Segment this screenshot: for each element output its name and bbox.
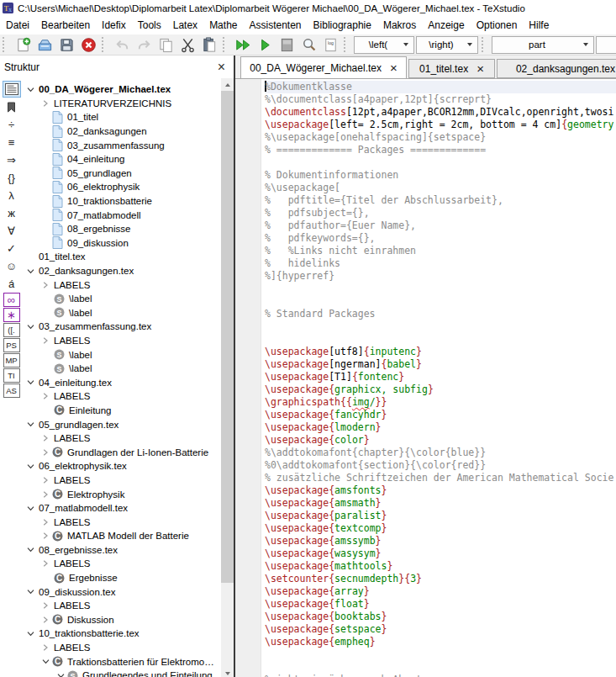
tree-item-03-zusammenfassung-tex[interactable]: 03_zusammenfassung.tex xyxy=(23,320,234,334)
tree-item-05-grundlagen[interactable]: 05_grundlagen xyxy=(23,167,234,181)
tab-02-danksagungen-tex[interactable]: 02_danksagungen.tex xyxy=(497,59,616,78)
pdf-viewer-button[interactable] xyxy=(276,35,297,54)
pstricks-icon[interactable]: PS xyxy=(3,338,20,352)
infinity-symbols-icon[interactable]: ∞ xyxy=(3,293,20,307)
tree-item-02-danksagungen-tex[interactable]: 02_danksagungen.tex xyxy=(23,264,234,278)
menu-bibliographie[interactable]: Bibliographie xyxy=(308,17,377,34)
structure-icon[interactable] xyxy=(3,81,21,98)
chevron-collapsed-icon[interactable] xyxy=(39,602,52,609)
menu-makros[interactable]: Makros xyxy=(377,17,422,34)
tree-item-literaturverzeichnis[interactable]: LITERATURVERZEICHNIS xyxy=(23,97,234,111)
code-area[interactable]: %Dokumentklasse%\documentclass[a4paper,1… xyxy=(261,79,616,677)
chevron-expanded-icon[interactable] xyxy=(24,420,37,428)
tree-item-05-grundlagen-tex[interactable]: 05_grundlagen.tex xyxy=(23,417,234,431)
misc-symbols-icon[interactable]: ☺ xyxy=(3,257,21,274)
sectioning-combo[interactable]: part xyxy=(492,36,594,54)
tree-item-label[interactable]: S\label xyxy=(23,292,234,306)
delimiters-icon[interactable]: {} xyxy=(3,169,21,186)
tree-item-03-zusammenfassung[interactable]: 03_zusammenfassung xyxy=(23,138,234,152)
chevron-collapsed-icon[interactable] xyxy=(39,644,52,651)
chevron-collapsed-icon[interactable] xyxy=(39,449,52,456)
paste-button[interactable] xyxy=(198,35,220,54)
chevron-collapsed-icon[interactable] xyxy=(39,519,52,526)
cut-button[interactable] xyxy=(176,35,198,54)
tab-close-icon[interactable]: × xyxy=(476,64,484,74)
tree-item-matlab-modell-der-batterie[interactable]: CMATLAB Modell der Batterie xyxy=(23,529,234,543)
chevron-collapsed-icon[interactable] xyxy=(39,477,52,484)
undo-button[interactable] xyxy=(111,35,133,54)
tree-item-labels[interactable]: LABELS xyxy=(23,557,234,571)
chevron-expanded-icon[interactable] xyxy=(24,463,37,470)
reference-combo[interactable]: label xyxy=(596,36,616,54)
structure-panel-close-icon[interactable]: × xyxy=(218,61,225,73)
tree-item-labels[interactable]: LABELS xyxy=(23,515,234,529)
tree-item-labels[interactable]: LABELS xyxy=(23,278,234,292)
scrollbar-up-arrow[interactable] xyxy=(221,78,234,91)
binary-operators-icon[interactable]: ÷ xyxy=(3,116,21,133)
toolbar-grip[interactable] xyxy=(482,37,487,52)
copy-button[interactable] xyxy=(155,35,176,54)
tree-item-grundlegendes-und-einteilung[interactable]: SGrundlegendes und Einteilung xyxy=(23,669,234,677)
chevron-collapsed-icon[interactable] xyxy=(39,491,52,498)
tree-item-01-titel[interactable]: 01_titel xyxy=(23,110,234,124)
tree-item-09-diskussion[interactable]: 09_diskussion xyxy=(23,236,234,251)
tree-item-label[interactable]: S\label xyxy=(23,306,234,320)
menu-anzeige[interactable]: Anzeige xyxy=(422,17,470,34)
chevron-collapsed-icon[interactable] xyxy=(39,532,52,539)
tree-item-labels[interactable]: LABELS xyxy=(23,641,234,655)
chevron-expanded-icon[interactable] xyxy=(24,86,37,93)
relations-icon[interactable]: ≡ xyxy=(3,134,21,151)
tab-close-icon[interactable]: × xyxy=(390,63,398,73)
metapost-icon[interactable]: MP xyxy=(3,353,20,368)
tree-item-08-ergebnisse-tex[interactable]: 08_ergebnisse.tex xyxy=(23,543,234,558)
view-button[interactable] xyxy=(254,35,276,54)
tree-item-10-traktionsbatterie-tex[interactable]: 10_traktionsbatterie.tex xyxy=(23,627,234,641)
tree-item-grundlagen-der-li-ionen-batterie[interactable]: CGrundlagen der Li-Ionen-Batterie xyxy=(23,445,234,459)
tree-item-07-matlabmodell-tex[interactable]: 07_matlabmodell.tex xyxy=(23,501,234,516)
tree-item-labels[interactable]: LABELS xyxy=(23,599,234,613)
right-delimiter-combo[interactable]: \right) xyxy=(416,36,478,54)
chevron-collapsed-icon[interactable] xyxy=(39,560,52,567)
toolbar-grip[interactable] xyxy=(102,37,108,52)
accents-icon[interactable]: á xyxy=(3,275,21,292)
tree-item-labels[interactable]: LABELS xyxy=(23,334,234,348)
chevron-expanded-icon[interactable] xyxy=(24,546,37,553)
open-file-button[interactable] xyxy=(34,35,55,54)
menu-idefix[interactable]: Idefix xyxy=(96,17,132,34)
menu-bearbeiten[interactable]: Bearbeiten xyxy=(35,17,96,34)
asymptote-icon[interactable]: AS xyxy=(3,383,20,398)
tree-item-09-diskussion-tex[interactable]: 09_diskussion.tex xyxy=(23,584,234,599)
chevron-collapsed-icon[interactable] xyxy=(39,282,52,288)
tab-00-da-w-gerer-michael-tex[interactable]: 00_DA_Wögerer_Michael.tex× xyxy=(240,56,407,79)
tree-item-diskussion[interactable]: CDiskussion xyxy=(23,613,234,627)
build-and-view-button[interactable] xyxy=(232,35,254,54)
tikz-icon[interactable]: TI xyxy=(3,368,20,383)
chevron-expanded-icon[interactable] xyxy=(24,378,37,386)
structure-scrollbar[interactable] xyxy=(221,78,234,677)
chevron-collapsed-icon[interactable] xyxy=(39,100,52,107)
menu-optionen[interactable]: Optionen xyxy=(471,17,524,34)
bookmarks-icon[interactable] xyxy=(3,98,21,115)
brackets-icon[interactable]: ([. xyxy=(3,323,20,337)
arrows-icon[interactable]: ⇒ xyxy=(3,151,21,168)
chevron-expanded-icon[interactable] xyxy=(39,658,52,665)
chevron-expanded-icon[interactable] xyxy=(24,267,37,275)
chevron-collapsed-icon[interactable] xyxy=(39,616,52,623)
scrollbar-track[interactable] xyxy=(221,583,234,667)
tree-item-06-elektrophysik-tex[interactable]: 06_elektrophysik.tex xyxy=(23,459,234,473)
toolbar-grip[interactable] xyxy=(223,37,229,52)
tree-item-einleitung[interactable]: CEinleitung xyxy=(23,404,234,418)
toolbar-grip[interactable] xyxy=(3,37,8,52)
new-file-button[interactable] xyxy=(12,35,34,54)
menu-tools[interactable]: Tools xyxy=(132,17,167,34)
left-delimiter-combo[interactable]: \left( xyxy=(354,36,414,54)
star-symbols-icon[interactable]: ∗ xyxy=(3,308,20,322)
menu-latex[interactable]: Latex xyxy=(167,17,203,34)
tab-01-titel-tex[interactable]: 01_titel.tex× xyxy=(408,59,495,78)
tree-item-06-elektrophysik[interactable]: 06_elektrophysik xyxy=(23,180,234,194)
tree-item-07-matlabmodell[interactable]: 07_matlabmodell xyxy=(23,208,234,222)
cyrillic-letters-icon[interactable]: ж xyxy=(3,204,21,221)
menu-assistenten[interactable]: Assistenten xyxy=(243,17,307,34)
tree-item-08-ergebnisse[interactable]: 08_ergebnisse xyxy=(23,222,234,236)
chevron-collapsed-icon[interactable] xyxy=(39,393,52,399)
